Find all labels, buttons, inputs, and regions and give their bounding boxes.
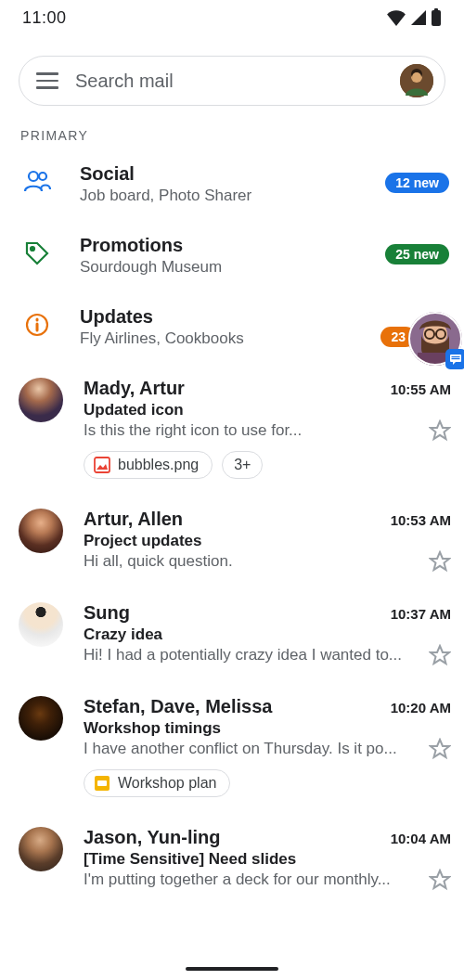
- section-label: PRIMARY: [0, 115, 464, 148]
- message-preview: Hi! I had a potentially crazy idea I wan…: [84, 646, 416, 664]
- attachment-chip[interactable]: bubbles.png: [84, 451, 213, 479]
- sender-avatar[interactable]: [19, 509, 63, 553]
- attachment-name: Workshop plan: [118, 775, 216, 792]
- category-title: Social: [80, 163, 361, 185]
- category-title: Updates: [80, 306, 449, 328]
- category-social[interactable]: Social Job board, Photo Sharer 12 new: [0, 148, 464, 220]
- message-time: 10:04 AM: [391, 831, 451, 846]
- star-icon[interactable]: [429, 644, 451, 666]
- message-time: 10:55 AM: [391, 381, 451, 397]
- svg-point-8: [31, 247, 34, 251]
- sender-name: Artur, Allen: [84, 509, 183, 530]
- message-subject: Crazy idea: [84, 625, 451, 644]
- category-updates[interactable]: Updates Fly Airlines, Cookbooks 23: [0, 291, 464, 363]
- chat-head[interactable]: [408, 312, 462, 366]
- attachment-chip[interactable]: Workshop plan: [84, 769, 230, 797]
- message-subject: Workshop timings: [84, 719, 451, 738]
- category-promotions[interactable]: Promotions Sourdough Museum 25 new: [0, 220, 464, 291]
- svg-point-5: [412, 72, 421, 82]
- star-icon[interactable]: [429, 738, 451, 760]
- message-preview: I'm putting together a deck for our mont…: [84, 870, 416, 889]
- message-subject: Project updates: [84, 532, 451, 550]
- message-subject: [Time Sensitive] Need slides: [84, 850, 451, 869]
- email-row[interactable]: Jason, Yun-ling 10:04 AM [Time Sensitive…: [0, 812, 464, 906]
- svg-rect-1: [434, 8, 438, 11]
- more-attachments[interactable]: 3+: [222, 451, 263, 479]
- sender-name: Stefan, Dave, Melissa: [84, 696, 272, 717]
- svg-rect-24: [97, 780, 107, 786]
- star-icon[interactable]: [429, 869, 451, 891]
- sender-avatar[interactable]: [19, 827, 63, 871]
- info-icon: [19, 306, 56, 338]
- email-row[interactable]: Sung 10:37 AM Crazy idea Hi! I had a pot…: [0, 587, 464, 681]
- image-icon: [94, 457, 110, 473]
- message-preview: I have another conflict on Thursday. Is …: [84, 740, 416, 758]
- tag-icon: [19, 235, 56, 266]
- svg-point-6: [29, 172, 38, 181]
- svg-point-7: [39, 173, 46, 180]
- email-row[interactable]: Mady, Artur 10:55 AM Updated icon Is thi…: [0, 363, 464, 494]
- message-subject: Updated icon: [84, 401, 451, 419]
- profile-avatar[interactable]: [400, 64, 433, 97]
- chat-badge-icon: [445, 349, 464, 369]
- message-time: 10:37 AM: [391, 606, 451, 622]
- message-time: 10:53 AM: [391, 512, 451, 528]
- svg-rect-22: [95, 458, 110, 472]
- search-input[interactable]: Search mail: [75, 71, 383, 92]
- svg-rect-20: [452, 356, 460, 357]
- search-bar[interactable]: Search mail: [19, 56, 445, 106]
- status-icons: [386, 8, 442, 27]
- sender-name: Mady, Artur: [84, 378, 185, 399]
- svg-rect-0: [432, 10, 441, 26]
- new-badge: 12 new: [385, 173, 449, 193]
- nav-handle[interactable]: [186, 967, 278, 971]
- message-time: 10:20 AM: [391, 700, 451, 716]
- category-subtitle: Sourdough Museum: [80, 258, 361, 277]
- email-row[interactable]: Stefan, Dave, Melissa 10:20 AM Workshop …: [0, 681, 464, 812]
- sender-avatar[interactable]: [19, 378, 63, 422]
- message-preview: Hi all, quick question.: [84, 552, 416, 571]
- new-badge: 25 new: [385, 244, 449, 264]
- category-title: Promotions: [80, 235, 361, 256]
- wifi-icon: [386, 9, 406, 26]
- slides-icon: [94, 775, 110, 792]
- attachment-name: bubbles.png: [118, 457, 199, 473]
- star-icon[interactable]: [429, 419, 451, 442]
- category-subtitle: Job board, Photo Sharer: [80, 187, 361, 205]
- status-time: 11:00: [22, 8, 67, 28]
- sender-avatar[interactable]: [19, 602, 63, 647]
- menu-icon[interactable]: [36, 70, 58, 92]
- cellular-icon: [410, 9, 427, 26]
- message-preview: Is this the right icon to use for...: [84, 421, 416, 440]
- star-icon[interactable]: [429, 550, 451, 573]
- status-bar: 11:00: [0, 0, 464, 33]
- people-icon: [19, 163, 56, 193]
- battery-icon: [431, 8, 442, 27]
- sender-name: Sung: [84, 602, 130, 624]
- sender-avatar[interactable]: [19, 696, 63, 741]
- email-row[interactable]: Artur, Allen 10:53 AM Project updates Hi…: [0, 494, 464, 587]
- sender-name: Jason, Yun-ling: [84, 827, 220, 848]
- svg-rect-21: [452, 358, 460, 359]
